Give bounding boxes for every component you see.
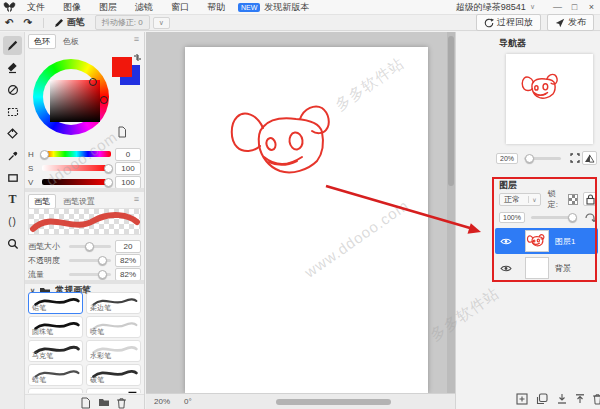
- tab-color-wheel[interactable]: 色环: [28, 34, 56, 49]
- brush-preset-label: 马克笔: [32, 351, 53, 361]
- horizontal-scrollbar[interactable]: [276, 399, 391, 405]
- canvas-workspace[interactable]: 20% 0°: [146, 32, 455, 409]
- brush-preset-pencil[interactable]: 铅笔: [28, 292, 83, 314]
- left-panel: 色环 色板 ≡ H 0 S 100 V 100 画笔: [25, 32, 145, 409]
- tab-swatches[interactable]: 色板: [58, 35, 84, 48]
- hue-marker[interactable]: [100, 96, 108, 104]
- smudge-tool[interactable]: [3, 80, 22, 99]
- hue-label: H: [28, 150, 38, 159]
- delete-brush-icon[interactable]: [116, 397, 127, 409]
- lock-layer-icon[interactable]: [583, 192, 597, 206]
- layer-opacity-value[interactable]: 100%: [499, 212, 525, 223]
- update-link[interactable]: 发现新版本: [264, 1, 309, 14]
- close-button[interactable]: ×: [583, 0, 600, 15]
- brush-opacity-slider[interactable]: [69, 259, 111, 262]
- brush-flow-value[interactable]: 82%: [115, 268, 141, 281]
- brush-size-slider[interactable]: [69, 245, 111, 248]
- brush-flow-slider[interactable]: [69, 273, 111, 276]
- new-folder-icon[interactable]: [98, 397, 110, 407]
- sv-marker[interactable]: [89, 78, 97, 86]
- menu-file[interactable]: 文件: [18, 0, 54, 15]
- menu-window[interactable]: 窗口: [162, 0, 198, 15]
- brush-opacity-row: 不透明度 82%: [28, 254, 141, 266]
- user-account[interactable]: 超级的绿茶98541: [456, 1, 526, 14]
- flip-canvas-icon[interactable]: [582, 151, 597, 165]
- layer-visibility-icon[interactable]: [500, 264, 512, 273]
- stabilizer-field[interactable]: 抖动修正: 0: [95, 15, 150, 30]
- brush-preset-softedge[interactable]: 柔边笔: [86, 292, 141, 314]
- brush-tool[interactable]: [3, 36, 22, 55]
- marquee-select-tool[interactable]: [3, 102, 22, 121]
- replay-button[interactable]: 过程回放: [476, 14, 541, 31]
- brush-preset-marker[interactable]: 马克笔: [28, 340, 83, 362]
- clipping-mask-icon[interactable]: [582, 210, 597, 224]
- foreground-color-swatch[interactable]: [112, 57, 132, 77]
- layer-name: 背景: [555, 263, 571, 274]
- vertical-scrollbar[interactable]: [447, 32, 455, 393]
- brush-preset-rough[interactable]: 破笔: [86, 364, 141, 386]
- zoom-tool[interactable]: [3, 234, 22, 253]
- minimize-button[interactable]: —: [549, 0, 566, 15]
- fit-screen-icon[interactable]: [567, 151, 582, 165]
- redo-button[interactable]: ↷: [18, 17, 36, 28]
- lock-alpha-icon[interactable]: [568, 194, 578, 205]
- menu-layer[interactable]: 图层: [90, 0, 126, 15]
- stabilizer-dropdown[interactable]: ∨: [153, 17, 170, 29]
- menu-help[interactable]: 帮助: [198, 0, 234, 15]
- copy-color-icon[interactable]: [117, 126, 127, 138]
- brush-preset-ballpoint[interactable]: 圆珠笔: [28, 316, 83, 338]
- menu-image[interactable]: 图像: [54, 0, 90, 15]
- maximize-button[interactable]: □: [566, 0, 583, 15]
- menu-filter[interactable]: 滤镜: [126, 0, 162, 15]
- tab-brush-settings[interactable]: 画笔设置: [58, 195, 100, 208]
- value-value[interactable]: 100: [115, 176, 141, 189]
- navigator-controls: 20%: [496, 150, 597, 166]
- brush-preset-crayon[interactable]: 蜡笔: [28, 364, 83, 386]
- brush-size-value[interactable]: 20: [115, 240, 141, 253]
- navigator-zoom-slider[interactable]: [524, 157, 561, 160]
- color-panel-menu-icon[interactable]: ≡: [134, 34, 139, 44]
- add-layer-icon[interactable]: [516, 393, 528, 405]
- delete-layer-icon[interactable]: [592, 393, 600, 405]
- saturation-value[interactable]: 100: [115, 162, 141, 175]
- text-tool[interactable]: T: [3, 190, 22, 209]
- eyedropper-tool[interactable]: [3, 146, 22, 165]
- layer-item-sketch[interactable]: 图层1: [495, 228, 598, 254]
- value-slider[interactable]: [42, 179, 111, 185]
- brush-preset-watercolor[interactable]: 水彩笔: [86, 340, 141, 362]
- navigator-zoom-value[interactable]: 20%: [496, 153, 518, 164]
- hue-slider[interactable]: [42, 151, 111, 157]
- color-tabs: 色环 色板: [28, 34, 84, 49]
- publish-button[interactable]: 发布: [547, 14, 594, 31]
- duplicate-layer-icon[interactable]: [536, 393, 548, 405]
- swap-colors-icon[interactable]: [133, 53, 142, 62]
- hue-value[interactable]: 0: [115, 148, 141, 161]
- merge-down-icon[interactable]: [556, 393, 568, 405]
- brush-panel-menu-icon[interactable]: ≡: [134, 194, 139, 204]
- canvas-page[interactable]: [185, 47, 428, 393]
- navigator-thumbnail[interactable]: [506, 54, 593, 144]
- saturation-slider[interactable]: [42, 165, 111, 171]
- tab-brush[interactable]: 画笔: [28, 194, 56, 209]
- brush-preset-pixel[interactable]: 像素笔: [86, 388, 141, 393]
- layers-footer: [456, 391, 600, 409]
- eraser-tool[interactable]: [3, 58, 22, 77]
- brush-preset-airbrush[interactable]: 喷笔: [86, 316, 141, 338]
- blend-mode-dropdown[interactable]: 正常 ∨: [499, 193, 541, 206]
- layer-opacity-slider[interactable]: [531, 216, 576, 219]
- undo-button[interactable]: ↶: [0, 17, 18, 28]
- canvas-zoom-level[interactable]: 20%: [154, 397, 170, 406]
- canvas-rotation[interactable]: 0°: [184, 397, 192, 406]
- saturation-value-picker[interactable]: [50, 80, 100, 122]
- shape-tool[interactable]: [3, 168, 22, 187]
- brush-preset-ink[interactable]: 毛笔: [28, 388, 83, 393]
- flatten-layer-icon[interactable]: [574, 393, 586, 405]
- current-tool-indicator: 画笔: [50, 16, 89, 29]
- brush-opacity-value[interactable]: 82%: [115, 254, 141, 267]
- new-brush-icon[interactable]: [80, 397, 91, 409]
- layer-visibility-icon[interactable]: [500, 237, 512, 246]
- fill-tool[interactable]: [3, 124, 22, 143]
- layer-item-background[interactable]: 背景: [495, 255, 598, 281]
- layer-opacity-row: 100%: [499, 210, 597, 224]
- transform-tool[interactable]: (): [3, 212, 22, 231]
